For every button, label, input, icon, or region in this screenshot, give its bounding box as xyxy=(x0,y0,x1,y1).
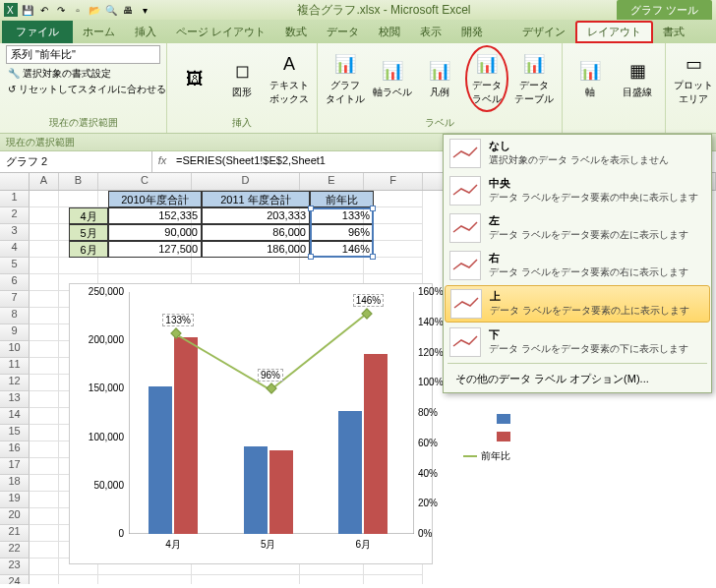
picture-button[interactable]: 🖼 xyxy=(173,45,216,112)
cell-A12[interactable] xyxy=(30,375,59,391)
tab-format[interactable]: 書式 xyxy=(653,21,694,43)
cell-A8[interactable] xyxy=(30,308,59,324)
row-header-7[interactable]: 7 xyxy=(0,291,30,308)
col-header-B[interactable]: B xyxy=(59,173,98,190)
row-header-6[interactable]: 6 xyxy=(0,274,30,291)
row-header-5[interactable]: 5 xyxy=(0,258,30,274)
data-label[interactable]: 146% xyxy=(353,294,385,307)
cell-A20[interactable] xyxy=(30,508,59,525)
row-header-12[interactable]: 12 xyxy=(0,375,30,391)
row-header-14[interactable]: 14 xyxy=(0,408,30,425)
cell-A22[interactable] xyxy=(30,542,59,559)
new-icon[interactable]: ▫ xyxy=(71,3,85,17)
preview-icon[interactable]: 🔍 xyxy=(104,3,118,17)
chart-title-button[interactable]: 📊グラフ タイトル xyxy=(324,45,367,112)
bar-2011年度合計[interactable] xyxy=(269,450,293,534)
bar-2011年度合計[interactable] xyxy=(364,354,388,534)
cell-A6[interactable] xyxy=(30,274,59,291)
cell-A17[interactable] xyxy=(30,458,59,475)
col-header-A[interactable]: A xyxy=(30,173,59,190)
bar-2010年度合計[interactable] xyxy=(244,446,268,534)
cell-F5[interactable] xyxy=(364,258,423,274)
tab-developer[interactable]: 開発 xyxy=(451,21,493,43)
row-header-15[interactable]: 15 xyxy=(0,425,30,441)
cell-A13[interactable] xyxy=(30,391,59,408)
row-header-19[interactable]: 19 xyxy=(0,492,30,508)
cell-A15[interactable] xyxy=(30,425,59,441)
data-table-button[interactable]: 📊データ テーブル xyxy=(512,45,556,112)
col-header-E[interactable]: E xyxy=(300,173,364,190)
tab-formulas[interactable]: 数式 xyxy=(275,21,317,43)
axes-button[interactable]: 📊軸 xyxy=(568,45,612,112)
cell-C5[interactable] xyxy=(98,258,192,274)
row-header-18[interactable]: 18 xyxy=(0,475,30,492)
cell-A11[interactable] xyxy=(30,358,59,375)
gridlines-button[interactable]: ▦目盛線 xyxy=(616,45,659,112)
bar-2010年度合計[interactable] xyxy=(149,386,172,534)
print-icon[interactable]: 🖶 xyxy=(121,3,135,17)
row-header-2[interactable]: 2 xyxy=(0,207,30,224)
dd-item-left[interactable]: 左データ ラベルをデータ要素の左に表示します xyxy=(444,209,711,247)
format-selection[interactable]: 🔧 選択対象の書式設定 xyxy=(6,66,160,82)
cell-D5[interactable] xyxy=(192,258,300,274)
cell-A14[interactable] xyxy=(30,408,59,425)
row-header-11[interactable]: 11 xyxy=(0,358,30,375)
tab-design[interactable]: デザイン xyxy=(512,21,575,43)
tab-file[interactable]: ファイル xyxy=(2,21,73,43)
cell-E24[interactable] xyxy=(300,575,364,584)
cell-A19[interactable] xyxy=(30,492,59,508)
tab-insert[interactable]: 挿入 xyxy=(125,21,166,43)
fx-icon[interactable]: fx xyxy=(152,151,172,172)
col-header-F[interactable]: F xyxy=(364,173,423,190)
shapes-button[interactable]: ◻図形 xyxy=(220,45,264,112)
plot-area[interactable]: 133%96%146% xyxy=(129,292,414,534)
cell-F24[interactable] xyxy=(364,575,423,584)
cell-A1[interactable] xyxy=(30,191,59,207)
more-data-label-options[interactable]: その他のデータ ラベル オプション(M)... xyxy=(444,366,711,392)
col-header-C[interactable]: C xyxy=(98,173,192,190)
cell-C24[interactable] xyxy=(98,575,192,584)
chart[interactable]: 050,000100,000150,000200,000250,0000%20%… xyxy=(69,283,433,564)
row-header-10[interactable]: 10 xyxy=(0,341,30,358)
data-labels-button[interactable]: 📊データ ラベル xyxy=(465,45,508,112)
data-label[interactable]: 96% xyxy=(258,369,283,382)
save-icon[interactable]: 💾 xyxy=(21,3,34,17)
undo-icon[interactable]: ↶ xyxy=(37,3,51,17)
cell-A9[interactable] xyxy=(30,324,59,341)
row-header-21[interactable]: 21 xyxy=(0,525,30,542)
row-header-23[interactable]: 23 xyxy=(0,559,30,575)
row-header-22[interactable]: 22 xyxy=(0,542,30,559)
axis-title-button[interactable]: 📊軸ラベル xyxy=(371,45,414,112)
chart-element-selector[interactable]: 系列 "前年比" xyxy=(6,45,160,64)
row-header-24[interactable]: 24 xyxy=(0,575,30,584)
cell-A7[interactable] xyxy=(30,291,59,308)
legend-button[interactable]: 📊凡例 xyxy=(418,45,461,112)
col-header-D[interactable]: D xyxy=(192,173,300,190)
data-label[interactable]: 133% xyxy=(162,314,194,326)
cell-A2[interactable] xyxy=(30,207,59,224)
bar-2010年度合計[interactable] xyxy=(338,411,362,534)
cell-D24[interactable] xyxy=(192,575,300,584)
row-header-3[interactable]: 3 xyxy=(0,224,30,241)
dd-item-below[interactable]: 下データ ラベルをデータ要素の下に表示します xyxy=(444,323,711,361)
bar-2011年度合計[interactable] xyxy=(174,337,198,534)
cell-A21[interactable] xyxy=(30,525,59,542)
tab-layout[interactable]: レイアウト xyxy=(575,21,653,43)
dd-item-center[interactable]: 中央データ ラベルをデータ要素の中央に表示します xyxy=(444,172,711,209)
row-header-1[interactable]: 1 xyxy=(0,191,30,207)
row-header-16[interactable]: 16 xyxy=(0,441,30,458)
textbox-button[interactable]: Aテキスト ボックス xyxy=(268,45,311,112)
qat-more-icon[interactable]: ▾ xyxy=(138,3,151,17)
cell-A4[interactable] xyxy=(30,241,59,258)
cell-A3[interactable] xyxy=(30,224,59,241)
excel-icon[interactable]: X xyxy=(4,3,18,17)
tab-page-layout[interactable]: ページ レイアウト xyxy=(166,21,275,43)
row-header-9[interactable]: 9 xyxy=(0,324,30,341)
reset-style[interactable]: ↺ リセットしてスタイルに合わせる xyxy=(6,82,160,97)
tab-home[interactable]: ホーム xyxy=(73,21,125,43)
cell-A5[interactable] xyxy=(30,258,59,274)
open-icon[interactable]: 📂 xyxy=(88,3,101,17)
dd-item-above[interactable]: 上データ ラベルをデータ要素の上に表示します xyxy=(445,285,710,323)
row-header-20[interactable]: 20 xyxy=(0,508,30,525)
tab-data[interactable]: データ xyxy=(317,21,369,43)
